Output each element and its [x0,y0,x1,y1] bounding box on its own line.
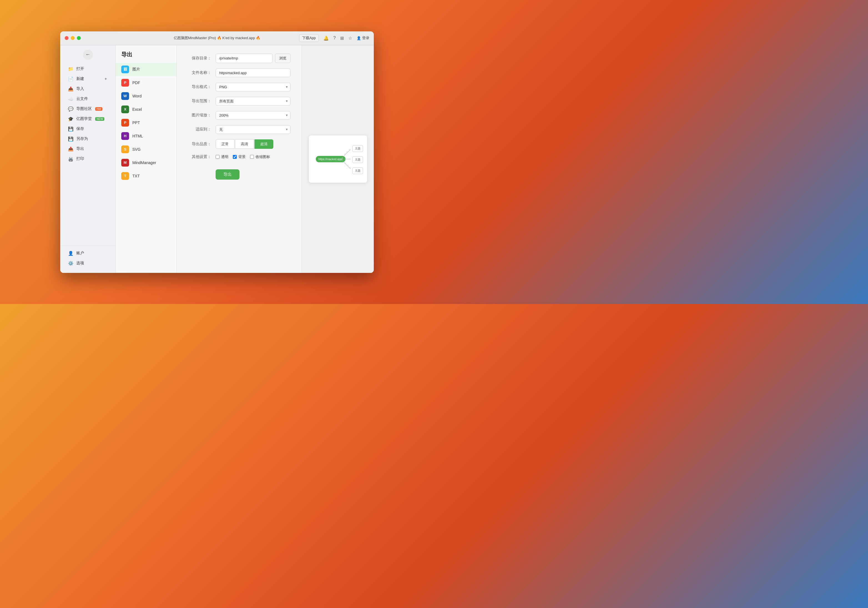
person-icon: 👤 [356,36,361,40]
quality-normal[interactable]: 正常 [215,139,234,149]
login-button[interactable]: 👤 登录 [356,36,369,40]
community-label: 导图社区 [76,106,92,111]
minimize-button[interactable] [71,36,74,40]
branch-node-3: 主题 [352,167,363,174]
format-svg[interactable]: S SVG [116,143,177,156]
format-html[interactable]: H HTML [116,129,177,143]
quality-row: 导出品质： 正常 高清 超清 [188,139,291,149]
export-button[interactable]: 导出 [215,169,239,180]
export-format-label: 导出格式： [188,84,215,89]
save-dir-input[interactable] [215,54,273,63]
format-select[interactable]: PNG JPG BMP GIF [215,83,291,91]
format-svg-label: SVG [132,147,141,152]
open-label: 打开 [76,66,84,72]
format-select-wrap: PNG JPG BMP GIF ▼ [215,83,291,91]
format-pdf-label: PDF [132,81,140,85]
format-pdf[interactable]: P PDF [116,76,177,89]
filename-input[interactable] [215,68,291,77]
sidebar-item-save[interactable]: 💾 保存 [62,124,113,134]
transparent-checkbox-item[interactable]: 透明 [215,154,228,159]
sidebar-item-print[interactable]: 🖨️ 打印 [62,154,113,164]
pdf-format-icon: P [121,79,129,87]
fit-select[interactable]: 无 A4 A3 [215,125,291,134]
maximize-button[interactable] [77,36,81,40]
word-format-icon: W [121,92,129,100]
browse-button[interactable]: 浏览 [275,54,291,63]
quality-hd[interactable]: 高清 [235,139,254,149]
range-select[interactable]: 所有页面 当前页面 [215,97,291,106]
titlebar-actions: 下载App 🔔 ? ⊞ ☆ 👤 登录 [299,34,369,42]
export-format-panel: 导出 🖼 图片 P PDF W Word X Excel P PPT [116,45,177,273]
format-excel-label: Excel [132,107,142,112]
download-app-button[interactable]: 下载App [299,34,319,42]
open-icon: 📁 [68,66,74,72]
other-settings-control: 透明 背景 收缩图标 [215,154,291,159]
sidebar-item-cloud[interactable]: ☁️ 云文件 [62,94,113,104]
branch-node-2: 主题 [352,156,363,163]
thumb-checkbox[interactable] [250,155,254,159]
help-icon[interactable]: ? [333,36,336,40]
excel-format-icon: X [121,106,129,113]
sidebar-item-new[interactable]: 📄 新建 ＋ [62,74,113,84]
preview-card: https://macked.app/ 主题 主题 主题 [309,135,367,183]
account-label: 账户 [76,251,84,256]
sidebar-item-open[interactable]: 📁 打开 [62,64,113,74]
community-icon: 💬 [68,106,74,112]
sidebar-item-saveas[interactable]: 💾 另存为 [62,134,113,144]
close-button[interactable] [65,36,68,40]
mindmanager-format-icon: M [121,159,129,166]
grid-icon[interactable]: ⊞ [340,36,344,41]
print-icon: 🖨️ [68,156,74,162]
sidebar-item-export[interactable]: 📤 导出 [62,144,113,154]
scale-select[interactable]: 100% 150% 200% 300% [215,111,291,120]
thumb-label: 收缩图标 [256,154,270,159]
print-label: 打印 [76,156,84,161]
format-txt[interactable]: T TXT [116,169,177,183]
thumb-checkbox-item[interactable]: 收缩图标 [250,154,270,159]
ppt-format-icon: P [121,119,129,127]
new-label: 新建 [76,76,84,81]
new-badge: NEW [95,117,104,121]
path-row: 浏览 [215,54,291,63]
save-label: 保存 [76,126,84,131]
star-icon[interactable]: ☆ [348,36,352,41]
back-button[interactable]: ← [83,50,93,60]
format-txt-label: TXT [132,174,140,178]
format-image-label: 图片 [132,67,140,72]
background-checkbox[interactable] [233,155,237,159]
format-image[interactable]: 🖼 图片 [116,63,177,76]
save-dir-row: 保存目录： 浏览 [188,54,291,63]
plus-icon: ＋ [104,76,108,81]
sidebar-item-options[interactable]: ⚙️ 选项 [62,258,113,268]
quality-ultra[interactable]: 超清 [254,139,273,149]
transparent-checkbox[interactable] [215,155,220,159]
new-icon: 📄 [68,76,74,82]
sidebar-bottom: 👤 账户 ⚙️ 选项 [60,246,115,269]
titlebar: 亿图脑图MindMaster (Pro) 🔥 K'ed by macked.ap… [60,31,374,45]
save-dir-label: 保存目录： [188,56,215,61]
export-title: 导出 [116,51,177,63]
range-select-wrap: 所有页面 当前页面 ▼ [215,97,291,106]
sidebar-item-academy[interactable]: 🎓 亿图学堂 NEW [62,114,113,124]
background-checkbox-item[interactable]: 背景 [233,154,246,159]
bell-icon[interactable]: 🔔 [323,36,329,41]
quality-group: 正常 高清 超清 [215,139,291,149]
html-format-icon: H [121,132,129,140]
sidebar-item-import[interactable]: 📥 导入 [62,84,113,94]
format-mindmanager[interactable]: M MindManager [116,156,177,169]
sidebar-item-community[interactable]: 💬 导图社区 Hot [62,104,113,114]
transparent-label: 透明 [221,154,228,159]
preview-panel: https://macked.app/ 主题 主题 主题 [302,45,374,273]
sidebar-item-account[interactable]: 👤 账户 [62,249,113,258]
format-word[interactable]: W Word [116,89,177,103]
format-excel[interactable]: X Excel [116,103,177,116]
import-icon: 📥 [68,86,74,92]
login-label: 登录 [362,36,369,40]
other-settings-label: 其他设置： [188,154,215,159]
sidebar-top: ← 📁 打开 📄 新建 ＋ 📥 导入 ☁️ [60,50,115,244]
format-ppt[interactable]: P PPT [116,116,177,129]
export-range-label: 导出范围： [188,98,215,104]
checkbox-row: 透明 背景 收缩图标 [215,154,291,159]
fit-label: 适应到： [188,127,215,132]
center-node: https://macked.app/ [316,156,346,162]
